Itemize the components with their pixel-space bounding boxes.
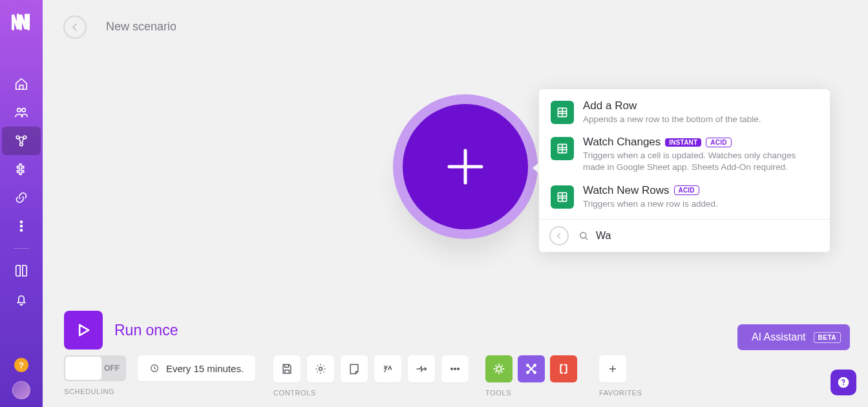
clock-icon bbox=[149, 363, 160, 373]
module-halo bbox=[393, 94, 538, 239]
popover-back-button[interactable] bbox=[549, 226, 569, 245]
tools-section-label: TOOLS bbox=[485, 389, 577, 397]
avatar[interactable] bbox=[12, 381, 30, 399]
svg-point-6 bbox=[21, 225, 23, 227]
action-item-watch-new-rows[interactable]: Watch New Rows ACID Triggers when a new … bbox=[539, 179, 830, 215]
more-controls-button[interactable] bbox=[441, 355, 469, 382]
settings-button[interactable] bbox=[307, 355, 334, 382]
svg-point-0 bbox=[17, 109, 21, 112]
svg-point-11 bbox=[580, 233, 586, 238]
action-item-desc: Triggers when a cell is updated. Watches… bbox=[583, 150, 818, 173]
action-item-add-row[interactable]: Add a Row Appends a new row to the botto… bbox=[539, 94, 830, 130]
app-logo bbox=[9, 9, 34, 34]
ai-assistant-button[interactable]: AI Assistant BETA bbox=[737, 324, 850, 350]
controls-section-label: CONTROLS bbox=[273, 389, 469, 397]
schedule-interval-label: Every 15 minutes. bbox=[166, 363, 244, 374]
svg-point-20 bbox=[526, 371, 529, 373]
run-block: Run once bbox=[64, 311, 178, 350]
scheduling-toggle[interactable]: OFF bbox=[64, 355, 126, 381]
nav-integrations[interactable] bbox=[2, 155, 41, 183]
ai-assistant-label: AI Assistant bbox=[752, 331, 806, 343]
scheduling-section: OFF Every 15 minutes. SCHEDULING bbox=[64, 355, 255, 395]
help-icon[interactable]: ? bbox=[14, 358, 28, 372]
tool-text-parser[interactable] bbox=[550, 355, 577, 382]
popover-search-input[interactable] bbox=[596, 230, 820, 242]
scheduling-section-label: SCHEDULING bbox=[64, 388, 255, 395]
popover-search bbox=[578, 230, 820, 242]
auto-align-button[interactable] bbox=[374, 355, 401, 382]
svg-point-15 bbox=[454, 368, 456, 370]
badge-acid: ACID bbox=[674, 185, 699, 195]
nav-more[interactable] bbox=[2, 212, 41, 240]
favorites-section-label: FAVORITES bbox=[599, 389, 642, 397]
popover-footer bbox=[539, 219, 830, 252]
svg-point-5 bbox=[21, 221, 23, 223]
svg-point-7 bbox=[21, 229, 23, 231]
svg-point-21 bbox=[533, 371, 536, 373]
toggle-state: OFF bbox=[104, 364, 120, 373]
google-sheets-icon bbox=[551, 185, 574, 209]
explain-flow-button[interactable] bbox=[408, 355, 435, 382]
notes-button[interactable] bbox=[341, 355, 368, 382]
svg-point-18 bbox=[526, 364, 529, 366]
action-item-title: Add a Row bbox=[583, 99, 637, 112]
svg-point-13 bbox=[319, 368, 323, 371]
svg-point-19 bbox=[533, 364, 536, 366]
schedule-interval-button[interactable]: Every 15 minutes. bbox=[138, 355, 255, 381]
page-title: New scenario bbox=[106, 20, 176, 34]
save-button[interactable] bbox=[273, 355, 301, 382]
nav-home[interactable] bbox=[2, 70, 41, 98]
tool-tools[interactable] bbox=[518, 355, 545, 382]
favorites-section: FAVORITES bbox=[599, 355, 642, 397]
back-button[interactable] bbox=[63, 16, 87, 39]
nav-scenarios[interactable] bbox=[2, 127, 41, 155]
svg-point-17 bbox=[496, 366, 501, 371]
sidebar: ? bbox=[0, 0, 43, 407]
badge-acid: ACID bbox=[706, 138, 731, 147]
action-item-desc: Appends a new row to the bottom of the t… bbox=[583, 114, 818, 125]
action-picker-popover: Add a Row Appends a new row to the botto… bbox=[539, 89, 830, 252]
search-icon bbox=[578, 230, 589, 242]
google-sheets-icon bbox=[551, 137, 574, 160]
svg-point-14 bbox=[451, 368, 453, 370]
run-once-label: Run once bbox=[114, 322, 178, 339]
floating-help-button[interactable] bbox=[831, 370, 856, 395]
action-item-title: Watch New Rows bbox=[583, 184, 670, 197]
controls-section: CONTROLS bbox=[273, 355, 469, 397]
nav-docs[interactable] bbox=[2, 256, 41, 285]
svg-point-1 bbox=[22, 109, 25, 112]
action-item-title: Watch Changes bbox=[583, 136, 661, 149]
action-list: Add a Row Appends a new row to the botto… bbox=[539, 89, 830, 219]
svg-point-16 bbox=[458, 368, 460, 370]
action-item-watch-changes[interactable]: Watch Changes INSTANT ACID Triggers when… bbox=[539, 130, 830, 178]
tools-section: TOOLS bbox=[485, 355, 577, 397]
action-item-desc: Triggers when a new row is added. bbox=[583, 198, 818, 210]
nav-team[interactable] bbox=[2, 98, 41, 127]
add-favorite-button[interactable] bbox=[599, 355, 626, 382]
badge-instant: INSTANT bbox=[665, 138, 701, 147]
nav-notifications[interactable] bbox=[2, 285, 41, 313]
nav-connections[interactable] bbox=[2, 183, 41, 212]
google-sheets-icon bbox=[551, 101, 574, 124]
beta-badge: BETA bbox=[814, 332, 841, 343]
add-module-button[interactable] bbox=[403, 104, 528, 229]
tool-flow-control[interactable] bbox=[485, 355, 513, 382]
run-once-button[interactable] bbox=[64, 311, 103, 350]
